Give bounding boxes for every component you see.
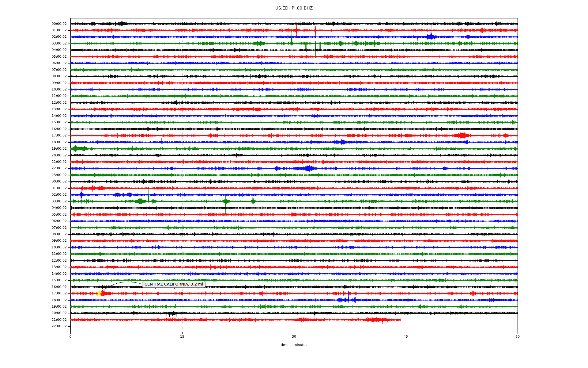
- y-tick-label: 23:00:02: [0, 173, 67, 177]
- y-tick-label: 09:00:02: [0, 239, 67, 243]
- y-tick-label: 12:00:02: [0, 259, 67, 263]
- y-tick-label: 05:00:02: [0, 213, 67, 217]
- y-tick-label: 18:00:02: [0, 140, 67, 144]
- y-tick-label: 01:00:02: [0, 28, 67, 33]
- figure-title: US.EDHPI.00.BHZ: [202, 6, 386, 10]
- y-tick-label: 06:00:02: [0, 61, 67, 65]
- y-tick-label: 08:00:02: [0, 232, 67, 236]
- y-tick-label: 10:00:02: [0, 245, 67, 250]
- y-tick-label: 04:00:02: [0, 48, 67, 52]
- y-tick-label: 10:00:02: [0, 87, 67, 92]
- y-tick-label: 18:00:02: [0, 298, 67, 302]
- y-tick-label: 17:00:02: [0, 291, 67, 296]
- y-tick-label: 08:00:02: [0, 74, 67, 79]
- y-tick-label: 01:00:02: [0, 186, 67, 190]
- y-tick-label: 04:00:02: [0, 206, 67, 210]
- y-tick-label: 03:00:02: [0, 41, 67, 46]
- y-tick-label: 14:00:02: [0, 114, 67, 118]
- y-tick-label: 12:00:02: [0, 101, 67, 105]
- y-tick-label: 16:00:02: [0, 285, 67, 289]
- x-axis-label: time in minutes: [248, 343, 340, 347]
- y-tick-label: 17:00:02: [0, 133, 67, 138]
- y-tick-label: 11:00:02: [0, 252, 67, 256]
- y-tick-label: 22:00:02: [0, 324, 67, 328]
- x-tick-label: 45: [397, 335, 415, 339]
- y-tick-label: 05:00:02: [0, 55, 67, 59]
- y-tick-label: 15:00:02: [0, 278, 67, 282]
- y-tick-label: 21:00:02: [0, 318, 67, 322]
- helicorder-figure: US.EDHPI.00.BHZ 00:00:0201:00:0202:00:02…: [0, 0, 588, 368]
- y-tick-label: 07:00:02: [0, 226, 67, 230]
- y-tick-label: 11:00:02: [0, 94, 67, 98]
- x-tick-label: 30: [285, 335, 303, 339]
- x-tick-label: 15: [173, 335, 191, 339]
- y-tick-label: 21:00:02: [0, 160, 67, 164]
- y-tick-label: 14:00:02: [0, 272, 67, 276]
- x-tick-label: 60: [508, 335, 527, 339]
- y-tick-label: 13:00:02: [0, 265, 67, 269]
- y-tick-label: 00:00:02: [0, 179, 67, 184]
- y-tick-label: 07:00:02: [0, 68, 67, 72]
- y-tick-label: 16:00:02: [0, 127, 67, 131]
- y-tick-label: 15:00:02: [0, 120, 67, 125]
- y-tick-label: 20:00:02: [0, 311, 67, 315]
- y-tick-label: 22:00:02: [0, 166, 67, 171]
- event-annotation-label: CENTRAL CALIFORNIA, 3.2 ml: [142, 281, 205, 288]
- y-tick-label: 09:00:02: [0, 81, 67, 85]
- y-tick-label: 02:00:02: [0, 35, 67, 39]
- y-tick-label: 02:00:02: [0, 193, 67, 197]
- helicorder-canvas: [0, 0, 588, 368]
- y-tick-label: 13:00:02: [0, 107, 67, 111]
- y-tick-label: 03:00:02: [0, 199, 67, 204]
- y-tick-label: 19:00:02: [0, 305, 67, 309]
- y-tick-label: 06:00:02: [0, 219, 67, 223]
- y-tick-label: 19:00:02: [0, 147, 67, 151]
- y-tick-label: 20:00:02: [0, 153, 67, 158]
- x-tick-label: 0: [61, 335, 80, 339]
- y-tick-label: 00:00:02: [0, 22, 67, 26]
